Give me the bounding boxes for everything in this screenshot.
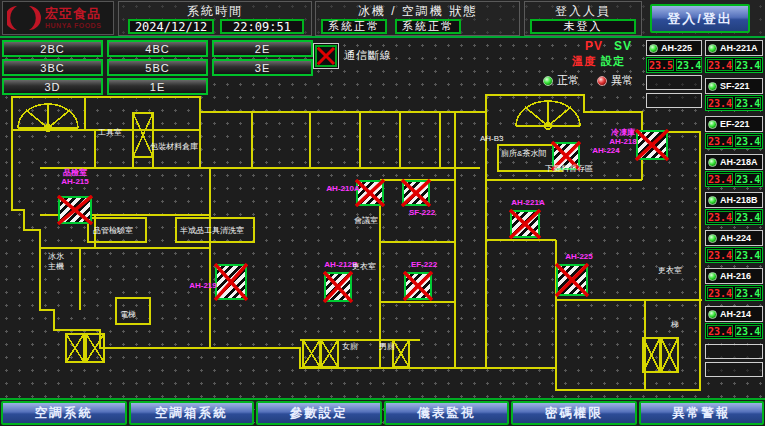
unit-status-ah-216[interactable]: AH-216	[705, 268, 763, 284]
unit-values-ah-218a: 23.423.4	[705, 171, 763, 187]
unit-sv-value: 23.4	[735, 135, 761, 147]
unit-name-label: AH-218A	[720, 157, 758, 167]
room-label-11: 更衣室	[658, 266, 682, 276]
unit-led-icon	[708, 234, 717, 243]
unit-values-ah-221a: 23.423.4	[705, 57, 763, 73]
unit-sv-value: 23.4	[735, 97, 761, 109]
unit-pv-value: 23.4	[707, 173, 733, 185]
unit-led-icon	[708, 158, 717, 167]
floor-button-4bc[interactable]: 4BC	[107, 40, 208, 57]
offline-x-icon	[509, 209, 541, 239]
plan-unit-sf-222[interactable]	[402, 180, 430, 206]
unit-values-ah-218b: 23.423.4	[705, 209, 763, 225]
unit-pv-value: 23.5	[648, 59, 674, 71]
room-label-6: 半成品工具清洗室	[180, 226, 244, 236]
room-label-12: 梯	[671, 320, 679, 330]
floor-button-3bc[interactable]: 3BC	[2, 59, 103, 76]
floor-plan: 品檢室 AH-215 AH-219 AH-212B AH-210A SF-222…	[0, 92, 765, 398]
footer-button-3[interactable]: 參數設定	[256, 401, 382, 425]
plan-unit-label: SF-222	[399, 208, 445, 217]
floor-button-3e[interactable]: 3E	[212, 59, 313, 76]
unit-name-label: AH-225	[661, 43, 692, 53]
setting-label-left: 溫度	[572, 54, 596, 69]
footer-button-6[interactable]: 異常警報	[639, 401, 765, 425]
login-label: 登入人員	[525, 3, 641, 20]
unit-name-label: AH-214	[720, 309, 751, 319]
machine-status-label: 冰機 / 空調機 狀態	[316, 3, 519, 20]
offline-x-icon	[57, 195, 93, 225]
plan-unit-label: AH-224	[583, 146, 629, 155]
plan-unit-ah-221a[interactable]	[510, 210, 540, 238]
unit-sv-value: 23.4	[735, 287, 761, 299]
plan-unit-label: 品檢室 AH-215	[52, 168, 98, 186]
unit-led-icon	[708, 196, 717, 205]
unit-values-ah-214: 23.423.4	[705, 323, 763, 339]
plan-unit-ah-215[interactable]	[58, 196, 92, 224]
offline-x-icon	[555, 263, 589, 297]
floor-button-2e[interactable]: 2E	[212, 40, 313, 57]
setting-label-right: 設定	[601, 54, 625, 69]
unit-status-ah-218a[interactable]: AH-218A	[705, 154, 763, 170]
unit-status-sf-221[interactable]: SF-221	[705, 78, 763, 94]
room-label-14: 男廁	[379, 342, 395, 352]
floor-button-2bc[interactable]: 2BC	[2, 40, 103, 57]
unit-sv-value: 23.4	[735, 173, 761, 185]
brand-sub: HUNYA FOODS	[45, 22, 101, 29]
room-label-4: 下腳料暫存區	[545, 164, 593, 174]
footer-button-1[interactable]: 空調系統	[1, 401, 127, 425]
chiller-status-field: 系統正常	[321, 19, 387, 34]
room-label-9: 更衣室	[352, 262, 376, 272]
unit-name-label: AH-224	[720, 233, 751, 243]
system-date-field: 2024/12/12	[128, 19, 214, 34]
plan-unit-ah-225[interactable]	[556, 264, 588, 296]
unit-sv-value: 23.4	[676, 59, 702, 71]
floor-button-5bc[interactable]: 5BC	[107, 59, 208, 76]
unit-status-ah-218b[interactable]: AH-218B	[705, 192, 763, 208]
plan-unit-ah-212b[interactable]	[324, 272, 352, 302]
floor-selector: 2BC4BC2E3BC5BC3E3D1E	[2, 40, 313, 95]
unit-values-ah-216: 23.423.4	[705, 285, 763, 301]
room-label-3: 廁所&茶水間	[501, 149, 546, 159]
unit-status-ah-214[interactable]: AH-214	[705, 306, 763, 322]
login-logout-button[interactable]: 登入/登出	[650, 4, 750, 33]
legend-abnormal: 異常	[597, 73, 633, 88]
unit-pv-value: 23.4	[707, 287, 733, 299]
unit-values-ah-225: 23.523.4	[646, 57, 702, 73]
unit-name-label: EF-221	[720, 119, 750, 129]
unit-led-icon	[708, 310, 717, 319]
unit-pv-value: 23.4	[707, 249, 733, 261]
room-label-2: AH-B3	[480, 134, 504, 144]
unit-status-ah-224[interactable]: AH-224	[705, 230, 763, 246]
room-label-13: 女廁	[342, 342, 358, 352]
unit-slot-empty	[646, 93, 702, 108]
unit-led-icon	[649, 44, 658, 53]
unit-pv-value: 23.4	[707, 59, 733, 71]
unit-status-ah-221a[interactable]: AH-221A	[705, 40, 763, 56]
hunya-logo-icon	[7, 4, 41, 32]
footer-menu: 空調系統空調箱系統參數設定儀表監視密碼權限異常警報	[0, 398, 765, 426]
unit-sv-value: 23.4	[735, 211, 761, 223]
unit-slot-empty	[646, 75, 702, 90]
unit-led-icon	[708, 120, 717, 129]
unit-pv-value: 23.4	[707, 135, 733, 147]
footer-button-5[interactable]: 密碼權限	[511, 401, 637, 425]
normal-label: 正常	[557, 73, 579, 88]
plan-unit-ef-222[interactable]	[404, 272, 432, 300]
room-label-8: 會議室	[354, 216, 378, 226]
unit-name-label: AH-216	[720, 271, 751, 281]
comm-offline-label: 通信斷線	[344, 48, 392, 63]
unit-status-ah-225[interactable]: AH-225	[646, 40, 702, 56]
abnormal-led-icon	[597, 76, 607, 86]
legend-normal: 正常	[543, 73, 579, 88]
unit-sv-value: 23.4	[735, 59, 761, 71]
unit-sv-value: 23.4	[735, 249, 761, 261]
unit-led-icon	[708, 44, 717, 53]
room-label-10: 電梯	[120, 310, 136, 320]
system-time-label: 系統時間	[119, 3, 311, 20]
unit-led-icon	[708, 82, 717, 91]
footer-button-2[interactable]: 空調箱系統	[129, 401, 255, 425]
plan-unit-label: AH-219	[180, 281, 226, 290]
footer-button-4[interactable]: 儀表監視	[384, 401, 510, 425]
unit-pv-value: 23.4	[707, 97, 733, 109]
unit-status-ef-221[interactable]: EF-221	[705, 116, 763, 132]
